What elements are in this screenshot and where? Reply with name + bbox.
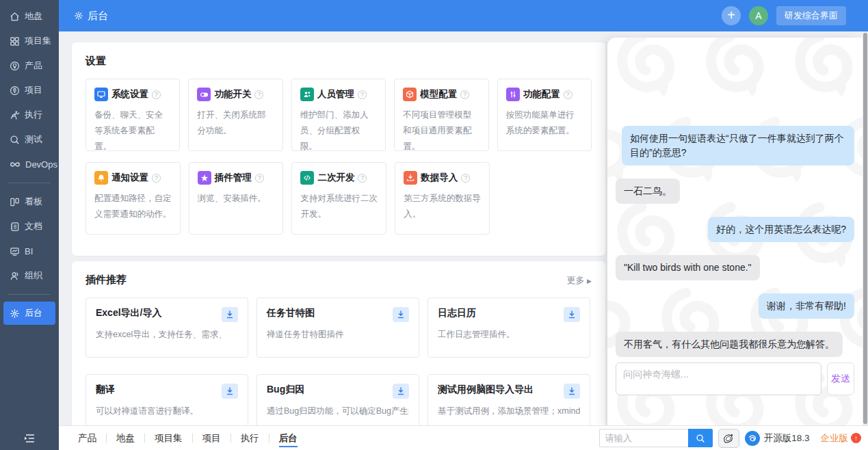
download-button[interactable] — [222, 307, 238, 322]
download-icon — [226, 310, 234, 319]
footer-tab-execution[interactable]: 执行 — [231, 426, 269, 450]
workspace-switch-button[interactable]: 研发综合界面 — [776, 6, 846, 25]
sidebar-item-dashboard[interactable]: 地盘 — [3, 5, 55, 28]
settings-card-model[interactable]: 模型配置 ? 不同项目管理模型和项目通用要素配置。 — [394, 79, 488, 151]
users-icon — [300, 88, 314, 101]
sidebar-item-product[interactable]: 产品 — [3, 54, 55, 77]
conch-icon — [722, 432, 735, 445]
help-icon[interactable]: ? — [358, 90, 367, 99]
footer-tab-dashboard[interactable]: 地盘 — [107, 426, 144, 450]
sidebar-item-label: 后台 — [25, 307, 42, 319]
plugin-card-gantt[interactable]: 任务甘特图 禅道任务甘特图插件 — [257, 297, 419, 358]
download-button[interactable] — [222, 384, 238, 399]
toggle-icon — [197, 88, 211, 101]
settings-card-extension[interactable]: 插件管理 ? 浏览、安装插件。 — [189, 162, 284, 235]
settings-card-dev[interactable]: 二次开发 ? 支持对系统进行二次开发。 — [291, 162, 386, 235]
footer-tab-admin[interactable]: 后台 — [269, 426, 307, 450]
download-button[interactable] — [564, 307, 580, 322]
sidebar-item-project[interactable]: 项目 — [3, 79, 55, 102]
download-icon — [397, 310, 405, 319]
chat-message-user: 好的，这个用英语怎么表达呢? — [708, 217, 854, 242]
help-icon[interactable]: ? — [255, 174, 264, 183]
help-icon[interactable]: ? — [564, 90, 573, 99]
chat-input[interactable] — [616, 362, 821, 395]
sidebar-item-label: 测试 — [25, 133, 42, 146]
sidebar-item-execution[interactable]: 执行 — [3, 103, 55, 127]
settings-title: 设置 — [86, 55, 106, 68]
download-icon — [397, 387, 405, 395]
download-button[interactable] — [393, 384, 409, 399]
footer-tab-project[interactable]: 项目 — [193, 426, 231, 450]
zentao-logo-icon — [745, 431, 760, 446]
plugin-card-translate[interactable]: 翻译 可以对禅道语言进行翻译。 — [86, 374, 248, 425]
gear-icon — [74, 11, 83, 21]
grid-icon — [10, 36, 20, 47]
send-button[interactable]: 发送 — [827, 362, 854, 395]
code-icon — [300, 171, 314, 185]
search-input[interactable] — [599, 429, 688, 447]
settings-card-import[interactable]: 数据导入 ? 第三方系统的数据导入。 — [395, 162, 490, 235]
create-button[interactable]: + — [722, 6, 741, 25]
sidebar-item-admin[interactable]: 后台 — [3, 302, 55, 325]
help-icon[interactable]: ? — [358, 174, 367, 183]
upgrade-arrow-icon: ↑ — [851, 433, 861, 443]
gear-icon — [10, 308, 20, 319]
page-title-text: 后台 — [88, 10, 108, 23]
page-scrollbar — [863, 31, 868, 425]
sidebar-item-label: 项目 — [25, 84, 42, 96]
sidebar-divider — [8, 183, 51, 183]
settings-card-staff[interactable]: 人员管理 ? 维护部门、添加人员、分组配置权限。 — [291, 79, 386, 151]
download-icon — [568, 387, 576, 395]
settings-card-feature-switch[interactable]: 功能开关 ? 打开、关闭系统部分功能。 — [188, 79, 282, 151]
sidebar-item-label: 项目集 — [25, 35, 51, 47]
plugin-card-log-calendar[interactable]: 日志日历 工作日志管理插件。 — [428, 297, 590, 358]
app-window: 地盘 项目集 产品 项目 执行 测试 DevOps 看板 — [0, 0, 868, 450]
chat-message-user: 谢谢，非常有帮助! — [759, 293, 854, 319]
sidebar-item-doc[interactable]: 文档 — [3, 215, 55, 238]
sidebar-item-label: DevOps — [25, 159, 57, 170]
sidebar-item-org[interactable]: 组织 — [3, 264, 55, 287]
sidebar-item-label: 执行 — [25, 109, 42, 121]
help-icon[interactable]: ? — [460, 90, 469, 99]
scrollbar-thumb[interactable] — [863, 33, 867, 424]
sidebar-collapse-button[interactable] — [0, 434, 59, 443]
cube-icon — [403, 88, 417, 101]
help-icon[interactable]: ? — [152, 174, 161, 183]
sidebar-item-kanban[interactable]: 看板 — [3, 190, 55, 213]
upgrade-link[interactable]: 企业版 ↑ — [821, 432, 862, 445]
settings-card-notification[interactable]: 通知设置 ? 配置通知路径，自定义需要通知的动作。 — [86, 162, 181, 235]
search-button[interactable] — [688, 429, 713, 447]
sidebar-item-program[interactable]: 项目集 — [3, 29, 55, 53]
sidebar-item-bi[interactable]: BI — [3, 239, 55, 263]
help-icon[interactable]: ? — [254, 90, 263, 99]
brand-link[interactable]: 开源版18.3 — [745, 431, 810, 446]
help-icon[interactable]: ? — [461, 174, 470, 183]
sidebar-item-test[interactable]: 测试 — [3, 128, 55, 151]
bi-icon — [10, 246, 20, 256]
chat-message-bot: "Kill two birds with one stone." — [616, 255, 760, 280]
sidebar: 地盘 项目集 产品 项目 执行 测试 DevOps 看板 — [0, 0, 59, 450]
footer-tab-program[interactable]: 项目集 — [145, 426, 192, 450]
plugin-card-excel[interactable]: Excel导出/导入 支持excel导出，支持任务、需求、 — [86, 297, 248, 358]
help-icon[interactable]: ? — [152, 90, 161, 99]
footer-tab-product[interactable]: 产品 — [68, 426, 106, 450]
download-icon — [226, 387, 234, 395]
sidebar-item-devops[interactable]: DevOps — [3, 153, 55, 176]
settings-card-system[interactable]: 系统设置 ? 备份、聊天、安全等系统各要素配置。 — [86, 79, 180, 151]
footer-bar: 产品 地盘 项目集 项目 执行 后台 开源版18.3 — [59, 425, 868, 450]
avatar[interactable]: A — [749, 6, 768, 25]
more-link[interactable]: 更多 ▶ — [566, 274, 592, 287]
devops-icon — [10, 159, 21, 170]
sidebar-item-label: 文档 — [25, 220, 42, 233]
sidebar-item-label: 组织 — [25, 269, 42, 282]
settings-card-feature-config[interactable]: 功能配置 ? 按照功能菜单进行系统的要素配置。 — [497, 79, 592, 151]
plugin-card-bug-attribution[interactable]: Bug归因 通过Bug归因功能，可以确定Bug产生的 — [257, 374, 419, 425]
download-button[interactable] — [564, 384, 580, 399]
product-icon — [10, 61, 20, 71]
bell-icon — [94, 171, 108, 185]
plugin-card-testcase-mindmap[interactable]: 测试用例脑图导入导出 基于测试用例，添加场景管理；xmind 导 — [428, 374, 590, 425]
conch-assistant-button[interactable] — [718, 429, 739, 448]
test-icon — [10, 135, 20, 145]
chat-message-user: 如何使用一句短语表达“只做了一件事就达到了两个目的”的意思? — [622, 126, 854, 166]
download-button[interactable] — [393, 307, 409, 322]
